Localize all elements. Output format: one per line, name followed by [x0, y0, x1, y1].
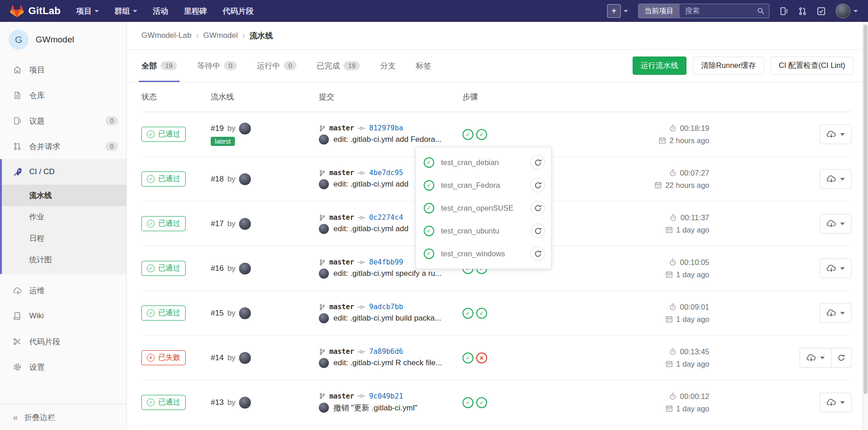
- nav-item-activity[interactable]: 活动: [153, 6, 168, 16]
- pipeline-status-badge[interactable]: ✓已通过: [141, 127, 186, 142]
- todos-icon[interactable]: [817, 7, 826, 16]
- project-header[interactable]: G GWmodel: [0, 22, 126, 57]
- sidebar-item-issues[interactable]: 议题 0: [0, 108, 126, 134]
- sidebar-item-repository[interactable]: 仓库: [0, 83, 126, 108]
- commit-author-avatar[interactable]: [319, 403, 329, 413]
- download-artifacts-button[interactable]: [800, 348, 832, 368]
- branch-link[interactable]: master: [329, 124, 354, 132]
- commit-sha-link[interactable]: 4be7dc95: [369, 169, 403, 177]
- sidebar-item-schedules[interactable]: 日程: [2, 228, 126, 249]
- sidebar-item-settings[interactable]: 设置: [0, 354, 126, 380]
- branch-link[interactable]: master: [329, 258, 354, 266]
- sidebar-item-wiki[interactable]: Wiki: [0, 303, 126, 329]
- commit-author-avatar[interactable]: [319, 313, 329, 323]
- breadcrumb-group-link[interactable]: GWmodel-Lab: [141, 31, 192, 40]
- retry-pipeline-button[interactable]: [832, 348, 852, 368]
- commit-message-link[interactable]: edit: .gitlab-ci.yml build packa...: [333, 314, 441, 323]
- gitlab-logo[interactable]: GitLab: [10, 5, 61, 18]
- mini-stage-passed-icon[interactable]: ✓: [463, 129, 473, 140]
- pipeline-status-badge[interactable]: ×已失败: [141, 350, 186, 365]
- stage-job-item[interactable]: ✓ test_cran_windows: [416, 242, 551, 265]
- commit-sha-link[interactable]: 812979ba: [369, 124, 403, 132]
- commit-author-avatar[interactable]: [319, 135, 329, 145]
- commit-author-avatar[interactable]: [319, 179, 329, 189]
- commit-author-avatar[interactable]: [319, 358, 329, 368]
- retry-job-button[interactable]: [530, 178, 545, 192]
- stage-job-item[interactable]: ✓ test_cran_Fedora: [416, 174, 551, 197]
- commit-message-link[interactable]: edit: .gitlab-ci.yml R check file...: [333, 358, 442, 368]
- pipeline-status-badge[interactable]: ✓已通过: [141, 261, 186, 276]
- commit-sha-link[interactable]: 9c049b21: [369, 392, 403, 400]
- tab-tags[interactable]: 标签: [416, 50, 431, 82]
- issues-icon[interactable]: [780, 7, 788, 16]
- pipeline-status-badge[interactable]: ✓已通过: [141, 395, 186, 410]
- mini-stage-passed-icon[interactable]: ✓: [476, 308, 487, 319]
- pipeline-id-link[interactable]: #13: [211, 398, 223, 407]
- pipeline-id-link[interactable]: #14: [211, 353, 223, 363]
- tab-finished[interactable]: 已完成19: [317, 50, 360, 82]
- branch-link[interactable]: master: [329, 169, 354, 177]
- download-artifacts-button[interactable]: [820, 393, 852, 412]
- pipeline-status-badge[interactable]: ✓已通过: [141, 306, 186, 321]
- user-menu[interactable]: [836, 4, 858, 18]
- retry-job-button[interactable]: [530, 223, 545, 238]
- commit-sha-link[interactable]: 8e4fbb99: [369, 258, 403, 266]
- tab-branches[interactable]: 分支: [380, 50, 395, 82]
- vertical-scrollbar[interactable]: [863, 22, 868, 430]
- tab-running[interactable]: 运行中0: [257, 50, 296, 82]
- scrollbar-thumb[interactable]: [863, 25, 868, 394]
- branch-link[interactable]: master: [329, 347, 354, 356]
- sidebar-item-merge-requests[interactable]: 合并请求 0: [0, 134, 126, 159]
- commit-message-link[interactable]: edit: .gitlab-ci.yml specify a ru...: [333, 269, 442, 278]
- sidebar-item-charts[interactable]: 统计图: [2, 249, 126, 270]
- nav-item-groups[interactable]: 群组: [114, 6, 137, 16]
- nav-item-snippets[interactable]: 代码片段: [223, 6, 254, 16]
- commit-message-link[interactable]: 撤销 "更新 .gitlab-ci.yml": [333, 403, 417, 413]
- branch-link[interactable]: master: [329, 392, 354, 400]
- commit-author-avatar[interactable]: [319, 224, 329, 234]
- triggerer-avatar[interactable]: [239, 263, 251, 275]
- sidebar-item-operations[interactable]: 运维: [0, 278, 126, 303]
- search-input[interactable]: [680, 7, 757, 15]
- commit-sha-link[interactable]: 9adcb7bb: [369, 303, 403, 311]
- run-pipeline-button[interactable]: 运行流水线: [633, 57, 687, 75]
- collapse-sidebar-button[interactable]: « 折叠边栏: [0, 404, 126, 430]
- triggerer-avatar[interactable]: [239, 173, 251, 185]
- commit-sha-link[interactable]: 7a89b6d6: [369, 347, 403, 356]
- triggerer-avatar[interactable]: [239, 397, 251, 409]
- sidebar-item-project[interactable]: 项目: [0, 57, 126, 83]
- pipeline-status-badge[interactable]: ✓已通过: [141, 171, 186, 187]
- commit-message-link[interactable]: edit: .gitlab-ci.yml add: [333, 180, 408, 189]
- branch-link[interactable]: master: [329, 213, 354, 222]
- triggerer-avatar[interactable]: [239, 218, 251, 230]
- pipeline-id-link[interactable]: #16: [211, 264, 223, 273]
- nav-item-milestones[interactable]: 里程碑: [184, 6, 207, 16]
- pipeline-id-link[interactable]: #18: [211, 175, 223, 184]
- download-artifacts-button[interactable]: [820, 259, 852, 278]
- pipeline-id-link[interactable]: #15: [211, 309, 223, 318]
- triggerer-avatar[interactable]: [239, 123, 251, 135]
- mini-stage-passed-icon[interactable]: ✓: [476, 129, 487, 140]
- sidebar-item-jobs[interactable]: 作业: [2, 206, 126, 228]
- download-artifacts-button[interactable]: [820, 214, 852, 233]
- retry-job-button[interactable]: [530, 246, 545, 261]
- stage-job-item[interactable]: ✓ test_cran_debian: [416, 151, 551, 174]
- ci-lint-button[interactable]: CI 配置检查(CI Lint): [770, 57, 853, 75]
- retry-job-button[interactable]: [530, 155, 545, 170]
- pipeline-status-badge[interactable]: ✓已通过: [141, 216, 186, 231]
- breadcrumb-project-link[interactable]: GWmodel: [203, 31, 238, 40]
- branch-link[interactable]: master: [329, 303, 354, 311]
- mini-stage-failed-icon[interactable]: ×: [476, 352, 487, 363]
- pipeline-id-link[interactable]: #19: [211, 124, 223, 133]
- merge-requests-icon[interactable]: [798, 7, 807, 16]
- mini-stage-passed-icon[interactable]: ✓: [463, 308, 473, 319]
- mini-stage-passed-icon[interactable]: ✓: [463, 352, 473, 363]
- commit-message-link[interactable]: edit: .gitlab-ci.yml add: [333, 224, 408, 233]
- commit-sha-link[interactable]: 0c2274c4: [369, 213, 403, 222]
- download-artifacts-button[interactable]: [820, 303, 852, 323]
- stage-job-item[interactable]: ✓ test_cran_openSUSE: [416, 197, 551, 219]
- triggerer-avatar[interactable]: [239, 352, 251, 364]
- mini-stage-passed-icon[interactable]: ✓: [476, 397, 487, 408]
- new-menu-button[interactable]: +: [607, 4, 628, 18]
- tab-all[interactable]: 全部19: [141, 50, 177, 82]
